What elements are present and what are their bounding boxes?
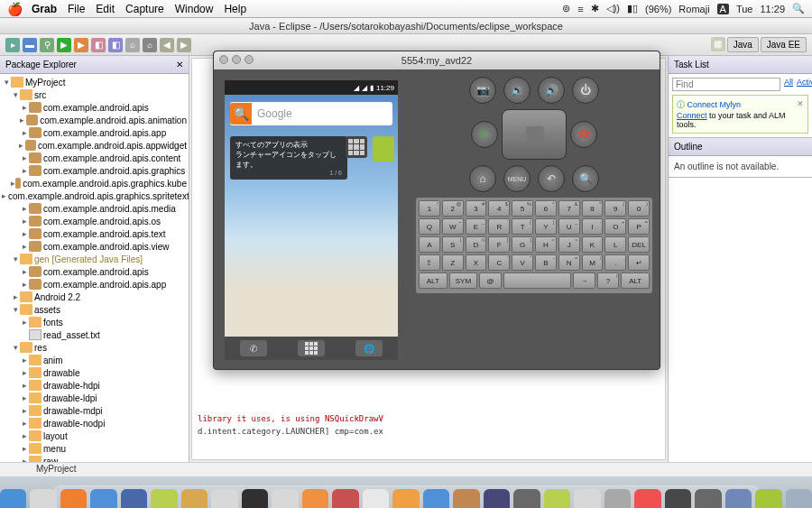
- keyboard-key[interactable]: 7&: [558, 200, 580, 217]
- perspective-java[interactable]: Java: [727, 37, 759, 52]
- open-perspective-icon[interactable]: ▦: [711, 37, 725, 51]
- dock-app-icon[interactable]: [0, 489, 26, 508]
- dock-app-icon[interactable]: [423, 489, 449, 508]
- dock-app-icon[interactable]: [90, 489, 116, 508]
- menu-button[interactable]: MENU: [503, 165, 531, 192]
- ime-indicator[interactable]: Romaji: [678, 4, 709, 14]
- keyboard-key[interactable]: I-: [582, 218, 604, 235]
- breadcrumb[interactable]: MyProject: [36, 464, 76, 474]
- keyboard-key[interactable]: →: [573, 272, 595, 289]
- tree-item[interactable]: ▸com.example.android.apis.app: [0, 278, 189, 291]
- new-icon[interactable]: ▸: [5, 38, 20, 52]
- tree-item[interactable]: ▸com.example.android.apis.os: [0, 215, 189, 227]
- save-icon[interactable]: ▬: [23, 38, 37, 52]
- dock-app-icon[interactable]: [332, 489, 358, 508]
- clock-time[interactable]: 11:29: [760, 4, 785, 14]
- keyboard-key[interactable]: C': [488, 254, 510, 271]
- keyboard-key[interactable]: 0): [628, 200, 650, 217]
- keyboard-key[interactable]: Y}: [535, 218, 557, 235]
- tree-item[interactable]: ▸drawable: [0, 366, 189, 379]
- dock-app-icon[interactable]: [121, 489, 147, 508]
- search-icon[interactable]: 🔍: [230, 103, 252, 125]
- run-icon[interactable]: ▶: [57, 38, 71, 52]
- keyboard-key[interactable]: D\\: [466, 236, 487, 253]
- dock-app-icon[interactable]: [665, 489, 691, 508]
- tree-item[interactable]: ▸com.example.android.apis.view: [0, 240, 189, 253]
- keyboard-key[interactable]: [503, 272, 571, 289]
- traffic-minimize-icon[interactable]: [232, 55, 241, 64]
- tree-item[interactable]: ▸com.example.android.apis.app: [0, 126, 189, 139]
- airport-icon[interactable]: ✱: [591, 3, 599, 14]
- tree-item[interactable]: ▸menu: [0, 442, 189, 455]
- phone-screen[interactable]: ◢ ◢ ▮ 11:29 🔍 Google すべてのアプリの表示 ランチャーアイコ…: [225, 80, 398, 360]
- keyboard-key[interactable]: J>: [558, 236, 580, 253]
- tree-item[interactable]: read_asset.txt: [0, 328, 189, 341]
- nav-back-icon[interactable]: ◀: [160, 38, 174, 52]
- keyboard-key[interactable]: @: [479, 272, 502, 289]
- keyboard-key[interactable]: 2@: [442, 200, 464, 217]
- tree-item[interactable]: ▸layout: [0, 429, 189, 442]
- dock-app-icon[interactable]: [363, 489, 389, 508]
- tree-item[interactable]: ▸com.example.android.apis.text: [0, 227, 189, 240]
- dock-app-icon[interactable]: [484, 489, 510, 508]
- tree-item[interactable]: ▸drawable-mdpi: [0, 404, 189, 417]
- volume-icon[interactable]: ◁)): [606, 3, 620, 14]
- menu-edit[interactable]: Edit: [96, 3, 115, 15]
- browser-button[interactable]: 🌐: [355, 340, 383, 356]
- keyboard-key[interactable]: M/: [582, 254, 604, 271]
- tree-item[interactable]: ▸com.example.android.apis.graphics.sprit…: [0, 189, 189, 202]
- keyboard-key[interactable]: 1!: [419, 200, 440, 217]
- keyboard-key[interactable]: DEL: [628, 236, 650, 253]
- keyboard-key[interactable]: H<: [535, 236, 557, 253]
- tree-item[interactable]: ▸drawable-ldpi: [0, 392, 189, 404]
- back-button[interactable]: ↶: [538, 165, 565, 192]
- keyboard-key[interactable]: N=: [558, 254, 580, 271]
- keyboard-key[interactable]: Q: [419, 218, 440, 235]
- menu-help[interactable]: Help: [224, 3, 246, 15]
- keyboard-key[interactable]: ALT: [419, 272, 448, 289]
- keyboard-key[interactable]: O+: [604, 218, 626, 235]
- dock-app-icon[interactable]: [392, 489, 419, 508]
- keyboard-key[interactable]: L:: [604, 236, 626, 253]
- dock-app-icon[interactable]: [755, 489, 781, 508]
- dock-app-icon[interactable]: [30, 489, 56, 508]
- keyboard-key[interactable]: 8*: [582, 200, 604, 217]
- keyboard-key[interactable]: ALT: [621, 272, 650, 289]
- dock-app-icon[interactable]: [725, 489, 752, 508]
- dock-app-icon[interactable]: [604, 489, 631, 508]
- dialer-button[interactable]: ✆: [240, 340, 267, 356]
- tree-item[interactable]: ▸fonts: [0, 316, 189, 328]
- keyboard-key[interactable]: A: [419, 236, 440, 253]
- tree-item[interactable]: ▾res: [0, 341, 189, 354]
- keyboard-key[interactable]: ?/: [597, 272, 620, 289]
- home-button[interactable]: ⌂: [469, 165, 496, 192]
- view-close-icon[interactable]: ✕: [176, 60, 183, 69]
- keyboard-key[interactable]: 3#: [466, 200, 487, 217]
- keyboard-key[interactable]: R`: [488, 218, 510, 235]
- dock-app-icon[interactable]: [574, 489, 600, 508]
- tree-item[interactable]: ▸Android 2.2: [0, 291, 189, 303]
- keyboard-key[interactable]: 6^: [535, 200, 557, 217]
- keyboard-key[interactable]: ↵: [628, 254, 650, 271]
- dock-app-icon[interactable]: [513, 489, 540, 508]
- tree-item[interactable]: ▾MyProject: [0, 76, 189, 88]
- dock-app-icon[interactable]: [272, 489, 298, 508]
- dock-app-icon[interactable]: [544, 489, 570, 508]
- tree-item[interactable]: ▾assets: [0, 303, 189, 316]
- new-class-icon[interactable]: ◧: [108, 38, 123, 52]
- keyboard-key[interactable]: W~: [442, 218, 464, 235]
- camera-button[interactable]: 📷: [469, 77, 496, 104]
- new-pkg-icon[interactable]: ◧: [91, 38, 106, 52]
- keyboard-key[interactable]: .,: [604, 254, 626, 271]
- mylyn-connect-link[interactable]: Connect: [677, 111, 707, 120]
- mylyn-close-icon[interactable]: ✕: [797, 99, 804, 108]
- volume-up-button[interactable]: 🔊: [538, 77, 565, 104]
- dpad-center[interactable]: [526, 126, 544, 144]
- volume-down-button[interactable]: 🔉: [503, 77, 531, 104]
- tree-item[interactable]: ▸com.example.android.apis.appwidget: [0, 139, 189, 152]
- dock-app-icon[interactable]: [634, 489, 660, 508]
- dock-app-icon[interactable]: [695, 489, 721, 508]
- android-home[interactable]: 🔍 Google すべてのアプリの表示 ランチャーアイコンをタップします。 1 …: [225, 95, 398, 337]
- wifi-icon[interactable]: ⊚: [562, 3, 570, 14]
- keyboard-key[interactable]: P=: [628, 218, 650, 235]
